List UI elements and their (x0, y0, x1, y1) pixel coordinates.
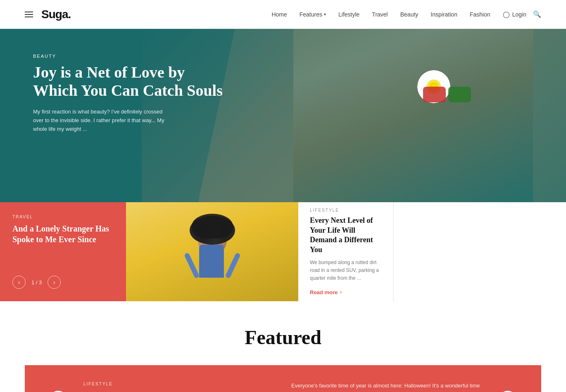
travel-card-title: And a Lonely Stranger Has Spoke to Me Ev… (12, 223, 114, 245)
lifestyle-card-description: We bumped along a rutted dirt road in a … (310, 259, 381, 283)
nav-item-features[interactable]: Features ▾ (300, 11, 326, 18)
hamburger-menu[interactable] (25, 12, 33, 17)
nav-item-lifestyle[interactable]: Lifestyle (338, 11, 359, 18)
navbar: Suga. Home Features ▾ Lifestyle Travel B… (0, 0, 566, 29)
featured-title: Featured (0, 326, 566, 349)
hero-section: BEAUTY Joy is a Net of Love by Which You… (0, 29, 566, 202)
arrow-left-icon: ‹ (18, 279, 20, 286)
hero-category: BEAUTY (33, 54, 231, 59)
travel-card-category: TRAVEL (12, 215, 114, 219)
card-navigation: ‹ 1 / 3 › (12, 276, 114, 289)
arrow-right-icon: › (53, 279, 55, 286)
featured-content: LIFESTYLE Get Scary With This Vegan Spoo… (67, 382, 499, 392)
spacer (393, 202, 566, 301)
nav-item-beauty[interactable]: Beauty (400, 11, 419, 18)
nav-item-travel[interactable]: Travel (372, 11, 388, 18)
hero-description: My first reaction is what beauty? I've d… (33, 108, 174, 133)
slide-count: 1 / 3 (31, 279, 42, 286)
cards-row: TRAVEL And a Lonely Stranger Has Spoke t… (0, 202, 566, 301)
hero-content: BEAUTY Joy is a Net of Love by Which You… (33, 54, 231, 134)
site-logo[interactable]: Suga. (41, 8, 71, 21)
card-image-yellow (126, 202, 298, 301)
featured-card-description: Everyone's favorite time of year is almo… (291, 382, 483, 392)
person-icon: ◯ (503, 11, 510, 18)
featured-category: LIFESTYLE (83, 382, 275, 386)
login-button[interactable]: ◯ Login (503, 11, 526, 18)
card-lifestyle: LIFESTYLE Every Next Level of Your Life … (298, 202, 393, 301)
hero-title: Joy is a Net of Love by Which You Can Ca… (33, 64, 231, 99)
featured-section: Featured ‹ LIFESTYLE Get Scary With This… (0, 301, 566, 392)
lifestyle-card-category: LIFESTYLE (310, 208, 381, 213)
nav-links: Home Features ▾ Lifestyle Travel Beauty … (271, 11, 490, 18)
featured-left: LIFESTYLE Get Scary With This Vegan Spoo… (83, 382, 275, 392)
featured-card: ‹ LIFESTYLE Get Scary With This Vegan Sp… (25, 365, 541, 392)
nav-actions: ◯ Login 🔍 (503, 10, 541, 18)
chevron-down-icon: ▾ (324, 12, 326, 17)
nav-item-home[interactable]: Home (271, 11, 287, 18)
nav-item-fashion[interactable]: Fashion (470, 11, 490, 18)
read-more-link[interactable]: Read more › (310, 289, 381, 295)
search-icon[interactable]: 🔍 (533, 10, 541, 18)
next-button[interactable]: › (48, 276, 61, 289)
nav-item-inspiration[interactable]: Inspiration (430, 11, 457, 18)
lifestyle-card-title: Every Next Level of Your Life Will Deman… (310, 216, 381, 255)
prev-button[interactable]: ‹ (12, 276, 26, 289)
featured-right: Everyone's favorite time of year is almo… (291, 382, 483, 392)
card-travel: TRAVEL And a Lonely Stranger Has Spoke t… (0, 202, 126, 301)
image-visual (126, 202, 298, 301)
arrow-right-small-icon: › (340, 289, 342, 295)
